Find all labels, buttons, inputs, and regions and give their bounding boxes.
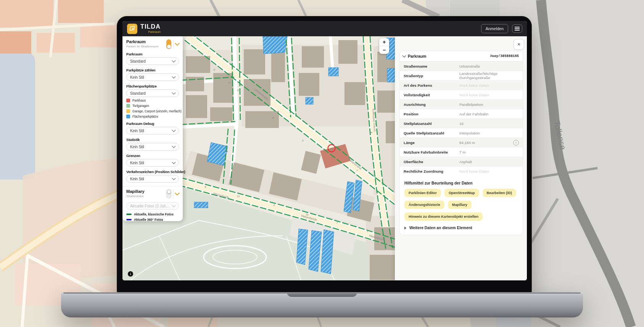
legend-swatch — [126, 104, 130, 108]
chevron-right-icon — [404, 227, 406, 230]
layer-select-parkplaetze-zaehlen[interactable]: Kein Stil — [126, 73, 179, 81]
info-icon[interactable]: i — [513, 140, 519, 146]
detail-title: Parkraum — [408, 54, 426, 58]
zoom-control: + − — [379, 38, 389, 54]
table-row: Stellplatzanzahl16 — [400, 119, 523, 128]
chevron-down-icon — [172, 128, 176, 132]
table-row: Länge84,184 m i — [400, 138, 523, 147]
layer-select-verkehrszeichen[interactable]: Kein Stil — [126, 175, 179, 183]
map-arrow-icon — [129, 26, 135, 32]
divider — [173, 40, 174, 49]
table-row: Nutzbare Fahrbahnbreite7 m — [400, 147, 523, 157]
tilda-logo[interactable] — [127, 24, 137, 34]
legend-item: Tiefgaragen — [126, 104, 179, 108]
table-row: VollständigkeitNoch keine Daten — [400, 90, 523, 100]
layer-toggle-on[interactable] — [166, 39, 171, 49]
mapillary-title: Mapillary — [126, 189, 145, 194]
legend-item: Flächenparkplätze — [126, 115, 179, 118]
hamburger-icon — [515, 27, 520, 28]
tool-chip-openstreetmap[interactable]: OpenStreetMap — [444, 189, 479, 197]
chevron-down-icon[interactable] — [175, 41, 180, 46]
detail-panel: × Parkraum #way/385888165 StraßennameUr — [395, 36, 527, 280]
mapillary-select-disabled[interactable]: Aktuelle Fotos (2 Jah... — [126, 202, 179, 210]
laptop-mockup: TILDA Parkraum Anmelden — [61, 16, 583, 318]
layer-group-grenzen: Grenzen Kein Stil — [126, 154, 179, 167]
mapillary-subtitle: Straßenfotos — [126, 195, 145, 198]
chevron-down-icon — [172, 204, 176, 207]
layer-select-parkraum-debug[interactable]: Kein Stil — [126, 127, 179, 134]
menu-button[interactable] — [512, 24, 522, 33]
desktop-scene: Tollense TILDA Parkraum — [0, 0, 644, 327]
detail-card-header[interactable]: Parkraum #way/385888165 — [400, 51, 523, 62]
osm-way-id: #way/385888165 — [490, 54, 519, 58]
signin-button[interactable]: Anmelden — [481, 24, 508, 33]
legend-line-swatch — [126, 214, 132, 215]
chevron-down-icon — [172, 144, 176, 148]
legend-swatch — [126, 109, 130, 113]
tools-heading: Hilfsmittel zur Beurteilung der Daten — [404, 181, 523, 185]
sidebar-header: Parkraum Parken im Straßenraum — [126, 39, 179, 49]
table-row: OberflächeAsphalt — [400, 157, 523, 167]
divider — [173, 189, 174, 199]
sidebar-subtitle: Parken im Straßenraum — [126, 45, 159, 49]
layer-select-grenzen[interactable]: Kein Stil — [126, 159, 179, 167]
app-header: TILDA Parkraum Anmelden — [122, 21, 527, 36]
svg-text:16: 16 — [330, 147, 333, 150]
table-row: AusrichtungParallelparken — [400, 100, 523, 109]
app-body: 3 9 5 2 9 12 3 15 7 4 5 6 8 — [122, 36, 527, 280]
legend-item: Aktuelle, klassische Fotos — [126, 212, 179, 216]
layers-sidebar: Parkraum Parken im Straßenraum Parkraum — [122, 36, 183, 221]
layer-group-parkplaetze-zaehlen: Parkplätze zählen Kein Stil — [126, 68, 179, 81]
legend-item: Garage, Carport (einzeln, merfach) — [126, 109, 179, 113]
tool-chip-hinweis-erstellen[interactable]: Hinweis zu diesem Kartenobjekt erstellen — [404, 212, 483, 221]
laptop-notch — [287, 292, 357, 297]
table-row: PositionAuf der Fahrbahn — [400, 109, 523, 119]
legend-item: Parkhaus — [126, 99, 179, 102]
tool-chip-parklinien-editor[interactable]: Parklinien Editor — [404, 189, 441, 197]
legend-line-swatch — [126, 219, 132, 220]
legend-swatch — [126, 115, 130, 118]
detail-card: Parkraum #way/385888165 StraßennameUrban… — [399, 51, 523, 235]
chevron-down-icon — [172, 75, 176, 79]
brand: TILDA Parkraum — [140, 24, 161, 34]
chevron-down-icon — [172, 59, 176, 63]
table-row: StraßennameUrbanstraße — [400, 62, 523, 71]
layer-select-statistik[interactable]: Kein Stil — [126, 143, 179, 151]
chevron-down-icon[interactable] — [175, 191, 180, 196]
tool-chip-bearbeiten-id[interactable]: Bearbeiten (iD) — [483, 189, 516, 197]
close-button[interactable]: × — [514, 39, 524, 50]
layer-group-parkraum-debug: Parkraum Debug Kein Stil — [126, 121, 179, 134]
chevron-down-icon — [402, 54, 406, 58]
chevron-down-icon — [172, 91, 176, 95]
layer-group-parkraum: Parkraum Standard — [126, 52, 179, 65]
layer-group-verkehrszeichen: Verkehrszeichen (Position Schilder) Kein… — [126, 170, 179, 183]
tool-buttons: Parklinien Editor OpenStreetMap Bearbeit… — [400, 185, 523, 221]
chevron-down-icon — [172, 160, 176, 164]
layer-select-flaechenparkplaetze[interactable]: Standard — [126, 89, 179, 97]
zoom-in-button[interactable]: + — [379, 38, 389, 46]
chevron-down-icon — [172, 176, 176, 180]
mapillary-toggle-off[interactable] — [166, 189, 171, 199]
sidebar-title: Parkraum — [126, 39, 159, 44]
legend-swatch — [126, 99, 130, 102]
table-row: Rechtliche ZuordnungNoch keine Daten — [400, 167, 523, 176]
brand-title: TILDA — [140, 24, 161, 30]
divider — [122, 186, 183, 186]
table-row: StraßentypLandesstraße/Wichtige Durchgan… — [400, 71, 523, 81]
app-window: TILDA Parkraum Anmelden — [122, 21, 527, 280]
more-data-toggle[interactable]: Weitere Daten an diesem Element — [400, 221, 523, 235]
table-row: Quelle StellplatzanzahlInterpolation — [400, 128, 523, 138]
laptop-base — [61, 292, 583, 317]
table-row: Art des ParkensNoch keine Daten — [400, 81, 523, 90]
layer-group-flaechenparkplaetze: Flächenparkplätze Standard Parkhaus Tief… — [126, 84, 179, 118]
laptop-lid: TILDA Parkraum Anmelden — [117, 16, 532, 292]
layer-group-statistik: Statistik Kein Stil — [126, 138, 179, 151]
legend-item: Aktuelle 360° Fotos — [126, 218, 179, 222]
layer-select-parkraum[interactable]: Standard — [126, 57, 179, 65]
map-attribution-button[interactable]: i — [128, 271, 133, 277]
mapillary-header: Mapillary Straßenfotos — [126, 189, 179, 199]
tool-chip-mapillary[interactable]: Mapillary — [448, 201, 472, 209]
brand-subtitle: Parkraum — [148, 31, 161, 34]
tool-chip-aenderungshistorie[interactable]: Änderungshistorie — [404, 201, 444, 209]
zoom-out-button[interactable]: − — [379, 46, 389, 54]
